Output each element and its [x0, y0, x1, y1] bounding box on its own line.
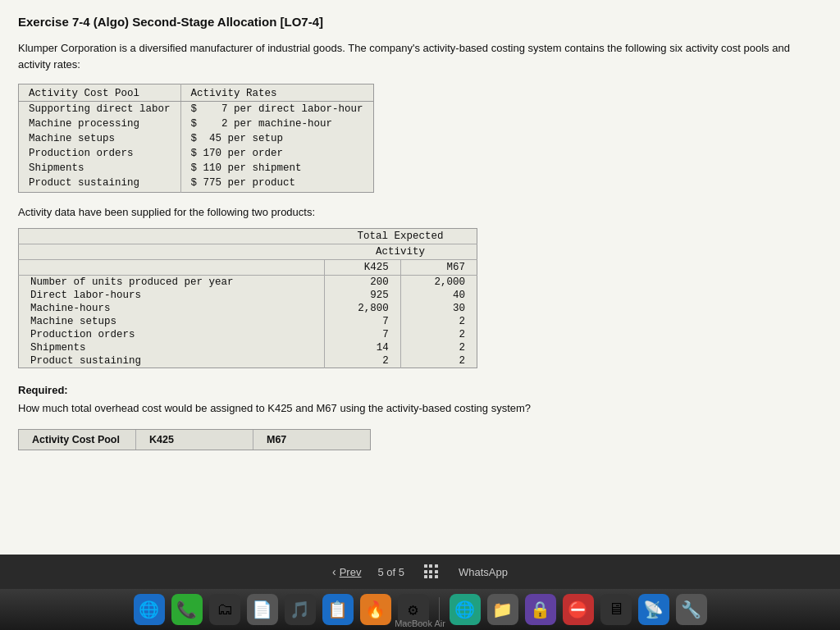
- exercise-title: Exercise 7-4 (Algo) Second-Stage Allocat…: [18, 15, 822, 29]
- dock-item7[interactable]: 🔥: [360, 594, 391, 625]
- prev-button[interactable]: ‹ Prev: [332, 565, 361, 578]
- rate-value: $ 775 per product: [180, 176, 373, 193]
- m67-val: 2,000: [400, 276, 477, 290]
- subheader-spacer: [19, 260, 325, 276]
- table-row: Production orders $ 170 per order: [19, 146, 374, 161]
- table-row: Product sustaining 2 2: [19, 354, 477, 368]
- pool-label: Supporting direct labor: [19, 102, 181, 117]
- bottom-col-m67: M67: [253, 430, 370, 450]
- activity-header: Activity: [324, 244, 477, 260]
- m67-val: 40: [400, 289, 477, 302]
- macos-taskbar: 🌐 📞 🗂 📄 🎵 📋 🔥 ⚙️ 🌐 📁 🔒 ⛔ 🖥 📡 🔧 MacBook A…: [0, 589, 840, 630]
- col-header-pool: Activity Cost Pool: [19, 84, 181, 102]
- dock-item12[interactable]: ⛔: [563, 594, 594, 625]
- dock-item15[interactable]: 🔧: [676, 594, 707, 625]
- k425-val: 7: [324, 315, 400, 328]
- col-header-rates: Activity Rates: [180, 84, 373, 102]
- dock-item6[interactable]: 📋: [322, 594, 354, 625]
- k425-val: 2: [324, 354, 400, 368]
- dock-item5[interactable]: 🎵: [285, 594, 316, 625]
- pool-label: Machine setups: [19, 131, 181, 146]
- row-label: Machine-hours: [19, 302, 325, 315]
- pool-label: Production orders: [19, 146, 181, 161]
- m67-val: 30: [400, 302, 477, 315]
- row-label: Machine setups: [19, 315, 325, 328]
- table-row: Machine setups 7 2: [19, 315, 477, 328]
- dock-item13[interactable]: 🖥: [600, 594, 632, 625]
- k425-header: K425: [324, 260, 400, 276]
- dock-item10[interactable]: 📁: [487, 594, 518, 625]
- table-row: Machine processing $ 2 per machine-hour: [19, 116, 374, 131]
- m67-val: 2: [400, 354, 477, 368]
- dock-finder[interactable]: 🌐: [134, 594, 165, 625]
- dock-facetime[interactable]: 📞: [171, 594, 203, 625]
- k425-val: 2,800: [324, 302, 400, 315]
- table-row: Product sustaining $ 775 per product: [19, 176, 374, 193]
- activity-rates-table: Activity Cost Pool Activity Rates Suppor…: [18, 84, 374, 193]
- required-label: Required:: [18, 384, 68, 396]
- activity-data-title: Activity data have been supplied for the…: [18, 206, 822, 218]
- k425-val: 7: [324, 328, 400, 341]
- required-section: Required: How much total overhead cost w…: [18, 381, 822, 418]
- m67-val: 2: [400, 315, 477, 328]
- page-info: 5 of 5: [377, 566, 404, 578]
- table-row: Machine-hours 2,800 30: [19, 302, 477, 315]
- rate-value: $ 170 per order: [180, 146, 373, 161]
- data-table-wrapper: Total Expected Activity K425 M67 Number …: [18, 228, 822, 368]
- dock-item9[interactable]: 🌐: [450, 594, 481, 625]
- table-row: Number of units produced per year 200 2,…: [19, 276, 477, 290]
- k425-val: 925: [324, 289, 400, 302]
- dock-item11[interactable]: 🔒: [525, 594, 556, 625]
- bottom-col-pool: Activity Cost Pool: [19, 430, 136, 450]
- activity-data-table: Total Expected Activity K425 M67 Number …: [18, 228, 477, 368]
- dock-item3[interactable]: 🗂: [209, 594, 240, 625]
- grid-icon[interactable]: [424, 564, 439, 579]
- row-label: Number of units produced per year: [19, 276, 325, 290]
- whatsapp-label[interactable]: WhatsApp: [459, 566, 508, 578]
- table-row: Production orders 7 2: [19, 328, 477, 341]
- bottom-nav: ‹ Prev 5 of 5 WhatsApp: [0, 555, 840, 589]
- m67-header: M67: [400, 260, 477, 276]
- dock-item4[interactable]: 📄: [247, 594, 278, 625]
- pool-label: Product sustaining: [19, 176, 181, 193]
- rate-value: $ 7 per direct labor-hour: [180, 102, 373, 117]
- table-row: Machine setups $ 45 per setup: [19, 131, 374, 146]
- table-row: Shipments 14 2: [19, 341, 477, 354]
- row-label: Direct labor-hours: [19, 289, 325, 302]
- header-spacer2: [19, 244, 325, 260]
- row-label: Production orders: [19, 328, 325, 341]
- pool-label: Machine processing: [19, 116, 181, 131]
- dock-item14[interactable]: 📡: [638, 594, 669, 625]
- bottom-col-k425: K425: [136, 430, 253, 450]
- row-label: Product sustaining: [19, 354, 325, 368]
- rate-value: $ 2 per machine-hour: [180, 116, 373, 131]
- prev-label: Prev: [340, 566, 362, 578]
- pool-label: Shipments: [19, 161, 181, 176]
- document-area: Exercise 7-4 (Algo) Second-Stage Allocat…: [0, 0, 840, 555]
- total-expected-header: Total Expected: [324, 229, 477, 244]
- table-row: Supporting direct labor $ 7 per direct l…: [19, 102, 374, 117]
- bottom-table-header: Activity Cost Pool K425 M67: [18, 429, 371, 450]
- m67-val: 2: [400, 341, 477, 354]
- rate-value: $ 110 per shipment: [180, 161, 373, 176]
- m67-val: 2: [400, 328, 477, 341]
- k425-val: 200: [324, 276, 400, 290]
- required-question: How much total overhead cost would be as…: [18, 402, 531, 414]
- k425-val: 14: [324, 341, 400, 354]
- table-row: Direct labor-hours 925 40: [19, 289, 477, 302]
- activity-cost-pool-table: Activity Cost Pool Activity Rates Suppor…: [18, 84, 822, 193]
- table-row: Shipments $ 110 per shipment: [19, 161, 374, 176]
- rate-value: $ 45 per setup: [180, 131, 373, 146]
- row-label: Shipments: [19, 341, 325, 354]
- header-spacer: [19, 229, 325, 244]
- intro-text: Klumper Corporation is a diversified man…: [18, 40, 822, 72]
- prev-arrow-icon: ‹: [332, 565, 336, 578]
- macbook-label: MacBook Air: [395, 619, 445, 628]
